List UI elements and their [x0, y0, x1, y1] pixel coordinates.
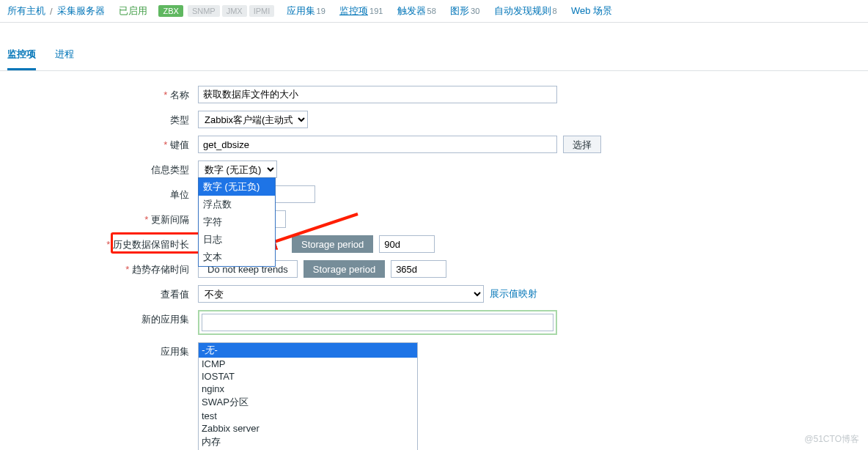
- app-test[interactable]: test: [199, 410, 417, 422]
- button-select-key[interactable]: 选择: [563, 136, 601, 153]
- option-log[interactable]: 日志: [199, 231, 275, 248]
- input-key[interactable]: [198, 136, 557, 153]
- badge-ipmi: IPMI: [249, 5, 275, 17]
- input-name[interactable]: [198, 86, 557, 103]
- label-history: 历史数据保留时长: [7, 235, 198, 251]
- app-zabbix-server[interactable]: Zabbix server: [199, 422, 417, 435]
- graphs-count: 30: [471, 7, 479, 15]
- breadcrumb-sep: /: [50, 6, 53, 17]
- listbox-apps[interactable]: -无- ICMP IOSTAT nginx SWAP分区 test Zabbix…: [198, 342, 418, 450]
- apps-count: 19: [317, 7, 326, 15]
- badge-jmx: JMX: [222, 5, 247, 17]
- select-type[interactable]: Zabbix客户端(主动式): [198, 111, 308, 128]
- badge-snmp: SNMP: [188, 5, 220, 17]
- link-discovery[interactable]: 自动发现规则: [494, 5, 551, 16]
- button-storage-trends[interactable]: Storage period: [304, 260, 385, 278]
- input-trends[interactable]: [391, 260, 446, 278]
- form: 名称 类型 Zabbix客户端(主动式) 键值 选择 信息类型 数字 (无正负)…: [0, 71, 868, 450]
- discovery-count: 8: [553, 7, 557, 15]
- link-web[interactable]: Web 场景: [571, 4, 612, 18]
- header-bar: 所有主机 / 采集服务器 已启用 ZBX SNMP JMX IPMI 应用集19…: [0, 0, 868, 23]
- label-info-type: 信息类型: [7, 161, 198, 177]
- option-numeric-unsigned[interactable]: 数字 (无正负): [199, 178, 275, 196]
- app-iostat[interactable]: IOSTAT: [199, 370, 417, 383]
- label-apps: 应用集: [7, 342, 198, 358]
- app-none[interactable]: -无-: [199, 343, 417, 358]
- items-count: 191: [369, 7, 383, 15]
- label-view: 查看值: [7, 285, 198, 301]
- option-text[interactable]: 文本: [199, 248, 275, 266]
- link-server[interactable]: 采集服务器: [57, 4, 105, 18]
- link-value-mapping[interactable]: 展示值映射: [490, 287, 537, 300]
- tabs: 监控项 进程: [0, 37, 868, 71]
- watermark: @51CTO博客: [804, 433, 859, 446]
- link-graphs[interactable]: 图形: [450, 5, 469, 16]
- link-apps[interactable]: 应用集: [287, 5, 315, 16]
- link-all-hosts[interactable]: 所有主机: [7, 4, 45, 18]
- tab-items[interactable]: 监控项: [7, 43, 36, 70]
- label-interval: 更新间隔: [7, 210, 198, 226]
- app-memory[interactable]: 内存: [199, 435, 417, 449]
- label-new-app: 新的应用集: [7, 310, 198, 326]
- link-items[interactable]: 监控项: [339, 5, 368, 16]
- option-char[interactable]: 字符: [199, 213, 275, 231]
- label-trends: 趋势存储时间: [7, 260, 198, 276]
- app-swap[interactable]: SWAP分区: [199, 395, 417, 410]
- label-unit: 单位: [7, 185, 198, 202]
- app-icmp[interactable]: ICMP: [199, 358, 417, 370]
- input-history[interactable]: [379, 235, 435, 253]
- link-triggers[interactable]: 触发器: [397, 5, 426, 16]
- new-app-highlight: [198, 310, 557, 335]
- select-view[interactable]: 不变: [198, 285, 484, 303]
- label-type: 类型: [7, 111, 198, 127]
- select-info-type[interactable]: 数字 (无正负): [198, 161, 277, 178]
- input-new-app[interactable]: [202, 314, 553, 331]
- dropdown-info-type: 数字 (无正负) 浮点数 字符 日志 文本: [198, 177, 276, 267]
- status-enabled: 已启用: [119, 4, 147, 18]
- label-name: 名称: [7, 86, 198, 102]
- app-nginx[interactable]: nginx: [199, 383, 417, 395]
- triggers-count: 58: [427, 7, 436, 15]
- option-float[interactable]: 浮点数: [199, 196, 275, 213]
- label-key: 键值: [7, 136, 198, 152]
- button-storage-history[interactable]: Storage period: [292, 235, 373, 253]
- badge-zbx: ZBX: [158, 5, 183, 17]
- tab-process[interactable]: 进程: [55, 43, 74, 70]
